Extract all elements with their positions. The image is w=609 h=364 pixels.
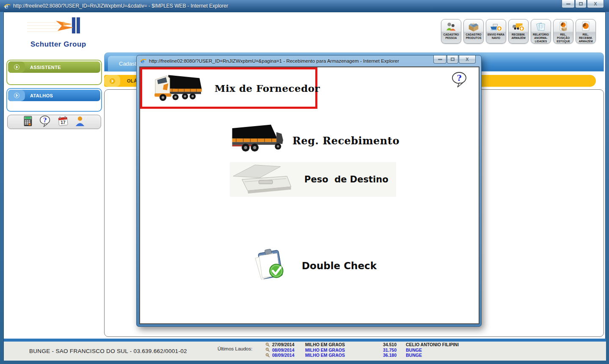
- menu-item-double-check[interactable]: Double Check: [251, 249, 377, 282]
- laudo-date: 08/09/2014: [272, 347, 305, 353]
- user-icon[interactable]: [74, 116, 85, 128]
- atalhos-chevron: [8, 90, 25, 101]
- menu-item-reg-recebimento[interactable]: Reg. Recebimento: [230, 123, 400, 158]
- menu-item-label: Peso de Destino: [304, 174, 389, 185]
- main-titlebar[interactable]: e http://freeline02:8080/?USER_ID=RnJIZW…: [0, 0, 609, 12]
- toolbar-button-cadastro-produtos[interactable]: CADASTRO PRODUTOS: [463, 19, 484, 44]
- statusbar: BUNGE - SAO FRANCISCO DO SUL - 03.639.66…: [4, 342, 606, 361]
- laudos-table: 27/09/2014 MILHO EM GRAOS 34.510 CELIO A…: [263, 342, 500, 358]
- company-label: BUNGE - SAO FRANCISCO DO SUL - 03.639.66…: [29, 348, 187, 354]
- laudo-date: 08/09/2014: [272, 353, 305, 358]
- logo-arrow-icon: [53, 17, 80, 37]
- toolbar-button-envio-para-navio[interactable]: ENVIO PARA NAVIO: [486, 19, 506, 44]
- menu-item-peso-de-destino[interactable]: Peso de Destino: [230, 162, 396, 197]
- minimize-icon: [438, 59, 442, 60]
- menu-item-label: Double Check: [302, 260, 377, 271]
- modal-window-controls: X: [433, 55, 476, 63]
- laudo-row: 08/09/2014 MILHO EM GRAOS 31.750 BUNGE: [263, 347, 500, 353]
- laudo-value: 31.750: [372, 347, 398, 353]
- toolbar-button-cadastro-pessoa[interactable]: CADASTRO PESSOA: [441, 19, 461, 44]
- close-icon: X: [594, 1, 597, 6]
- laudo-product: MILHO EM GRAOS: [305, 342, 372, 347]
- welcome-banner-tab: [104, 75, 120, 87]
- status-divider-bar: [4, 339, 606, 342]
- open-box-icon: [467, 21, 480, 33]
- pie-box-report-icon: [557, 21, 569, 33]
- ie-icon: e: [140, 58, 146, 64]
- laudo-name: BUNGE: [398, 347, 500, 353]
- maximize-button[interactable]: [575, 0, 587, 8]
- menu-item-mix-de-fornecedor[interactable]: Mix de Fornecedor: [140, 67, 317, 109]
- main-window-controls: X: [561, 0, 604, 8]
- scale-icon: [230, 163, 298, 196]
- laudo-product: MILHO EM GRAOS: [305, 353, 372, 358]
- maximize-icon: [579, 2, 583, 6]
- laudo-row: 08/09/2014 MILHO EM GRAOS 36.180 BUNGE: [263, 353, 500, 358]
- close-icon: X: [466, 57, 468, 62]
- browser-window: e http://freeline02:8080/?USER_ID=RnJIZW…: [0, 0, 609, 364]
- close-button[interactable]: X: [587, 0, 604, 8]
- laudo-name: BUNGE: [398, 353, 500, 358]
- truck-upload-icon: [512, 21, 525, 33]
- laudo-date: 27/09/2014: [272, 342, 305, 347]
- modal-content: ?: [139, 66, 479, 324]
- magnifier-icon[interactable]: [263, 353, 272, 358]
- help-bubble-icon[interactable]: ?: [451, 72, 468, 89]
- modal-close-button[interactable]: X: [459, 55, 476, 63]
- svg-text:?: ?: [457, 73, 461, 83]
- assistente-panel: ASSISTENTE: [6, 60, 102, 85]
- ship-upload-icon: [489, 21, 503, 33]
- documents-icon: [535, 21, 547, 33]
- minimize-icon: [566, 3, 570, 5]
- modal-titlebar[interactable]: e http://freeline02:8080/?USER_ID=RnJIZW…: [137, 55, 481, 66]
- maximize-icon: [451, 58, 455, 61]
- magnifier-icon[interactable]: [263, 347, 272, 352]
- truck-cab-icon: [152, 69, 209, 107]
- assistente-header[interactable]: ASSISTENTE: [8, 61, 100, 73]
- laudo-product: MILHO EM GRAOS: [305, 347, 372, 353]
- logo-text: Schutter Group: [30, 40, 86, 49]
- modal-minimize-button[interactable]: [433, 55, 446, 63]
- laudos-label: Últimos Laudos:: [218, 346, 252, 351]
- modal-window: e http://freeline02:8080/?USER_ID=RnJIZW…: [136, 55, 482, 327]
- toolbar-button-recebim-armazem[interactable]: RECEBIM. ARMAZÉM: [508, 19, 529, 44]
- atalhos-label: ATALHOS: [30, 93, 53, 98]
- laudo-value: 36.180: [372, 353, 398, 358]
- assistente-chevron: [8, 61, 25, 73]
- main-window-title: http://freeline02:8080/?USER_ID=RnJIZWxp…: [13, 3, 228, 9]
- minimize-button[interactable]: [562, 0, 575, 8]
- clipboard-check-icon: [251, 248, 290, 283]
- ie-icon: e: [3, 3, 11, 10]
- schutter-logo: Schutter Group: [27, 17, 99, 57]
- laudo-row: 27/09/2014 MILHO EM GRAOS 34.510 CELIO A…: [263, 342, 500, 347]
- pie-report-icon: [580, 21, 592, 33]
- atalhos-panel: ATALHOS: [6, 88, 102, 112]
- quick-iconbar: ? 17 17: [7, 115, 101, 129]
- calculator-icon[interactable]: [23, 116, 33, 128]
- toolbar-button-relatorio-anormalidades[interactable]: RELATÓRIO ANORMA- LIDADES: [531, 19, 551, 44]
- truck-trailer-icon: [230, 123, 289, 158]
- help-bubble-icon[interactable]: ?: [39, 115, 52, 129]
- menu-item-label: Reg. Recebimento: [292, 135, 400, 147]
- laudo-value: 34.510: [372, 342, 398, 347]
- toolbar-button-rel-posicao-estoque[interactable]: REL. POSIÇÃO ESTOQUE: [553, 19, 573, 44]
- modal-maximize-button[interactable]: [447, 55, 458, 63]
- toolbar: CADASTRO PESSOA CADASTRO PRODUTOS: [441, 19, 596, 44]
- laudo-name: CELIO ANTONIO FILIPINI: [398, 342, 500, 347]
- menu-item-label: Mix de Fornecedor: [215, 83, 320, 94]
- svg-text:?: ?: [43, 117, 47, 124]
- people-icon: [445, 21, 457, 33]
- modal-window-title: http://freeline02:8080/?USER_ID=RnJIZWxp…: [149, 58, 399, 63]
- magnifier-icon[interactable]: [263, 342, 272, 347]
- toolbar-button-rel-recebim-armazem[interactable]: REL. RECEBIM. ARMAZÉM: [576, 19, 596, 44]
- atalhos-header[interactable]: ATALHOS: [8, 90, 100, 101]
- svg-text:17: 17: [61, 120, 66, 125]
- calendar-icon[interactable]: 17 17: [58, 116, 69, 128]
- assistente-label: ASSISTENTE: [30, 65, 61, 70]
